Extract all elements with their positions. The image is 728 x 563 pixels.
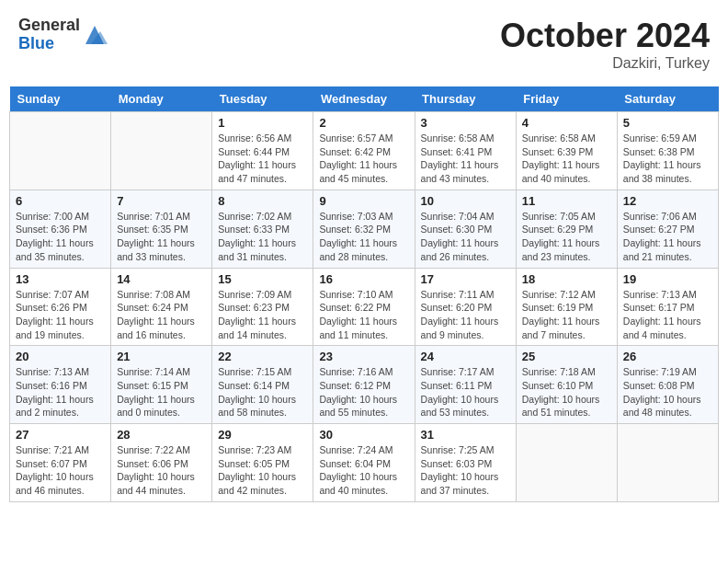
day-info: Sunrise: 6:56 AM Sunset: 6:44 PM Dayligh… xyxy=(218,132,307,186)
day-number: 8 xyxy=(218,194,307,208)
day-number: 2 xyxy=(319,116,408,130)
day-info: Sunrise: 6:59 AM Sunset: 6:38 PM Dayligh… xyxy=(623,132,712,186)
day-header-sunday: Sunday xyxy=(10,86,111,112)
day-number: 22 xyxy=(218,350,307,363)
calendar-cell xyxy=(617,424,718,502)
day-info: Sunrise: 7:25 AM Sunset: 6:03 PM Dayligh… xyxy=(421,443,510,498)
location: Dazkiri, Turkey xyxy=(500,55,710,72)
day-info: Sunrise: 7:17 AM Sunset: 6:11 PM Dayligh… xyxy=(421,365,510,419)
day-number: 13 xyxy=(16,272,105,286)
logo-text: General Blue xyxy=(18,17,80,53)
day-number: 18 xyxy=(522,272,611,286)
calendar-cell: 22Sunrise: 7:15 AM Sunset: 6:14 PM Dayli… xyxy=(212,346,313,424)
logo-icon xyxy=(82,22,108,48)
day-number: 20 xyxy=(16,350,105,363)
day-number: 14 xyxy=(117,272,206,286)
days-header-row: SundayMondayTuesdayWednesdayThursdayFrid… xyxy=(10,86,719,112)
day-info: Sunrise: 7:07 AM Sunset: 6:26 PM Dayligh… xyxy=(16,288,105,342)
day-number: 27 xyxy=(16,428,105,442)
day-number: 28 xyxy=(117,428,206,442)
logo: General Blue xyxy=(18,17,108,53)
day-number: 5 xyxy=(623,116,712,130)
calendar-cell: 30Sunrise: 7:24 AM Sunset: 6:04 PM Dayli… xyxy=(313,424,415,502)
day-info: Sunrise: 6:58 AM Sunset: 6:41 PM Dayligh… xyxy=(421,132,510,186)
day-number: 24 xyxy=(421,350,510,363)
week-row-5: 27Sunrise: 7:21 AM Sunset: 6:07 PM Dayli… xyxy=(10,424,719,502)
day-number: 1 xyxy=(218,116,307,130)
day-number: 31 xyxy=(421,428,510,442)
calendar-table: SundayMondayTuesdayWednesdayThursdayFrid… xyxy=(9,86,719,502)
calendar-cell: 18Sunrise: 7:12 AM Sunset: 6:19 PM Dayli… xyxy=(516,268,617,346)
day-info: Sunrise: 7:09 AM Sunset: 6:23 PM Dayligh… xyxy=(218,288,307,342)
day-number: 23 xyxy=(319,350,408,363)
day-info: Sunrise: 7:22 AM Sunset: 6:06 PM Dayligh… xyxy=(117,443,206,498)
calendar-cell: 11Sunrise: 7:05 AM Sunset: 6:29 PM Dayli… xyxy=(516,190,617,268)
calendar-cell: 6Sunrise: 7:00 AM Sunset: 6:36 PM Daylig… xyxy=(10,190,111,268)
day-number: 11 xyxy=(522,194,611,208)
day-header-thursday: Thursday xyxy=(415,86,516,112)
day-number: 30 xyxy=(319,428,408,442)
day-number: 29 xyxy=(218,428,307,442)
calendar-cell: 2Sunrise: 6:57 AM Sunset: 6:42 PM Daylig… xyxy=(313,112,415,190)
calendar-cell xyxy=(111,112,212,190)
day-number: 9 xyxy=(319,194,408,208)
calendar-cell: 9Sunrise: 7:03 AM Sunset: 6:32 PM Daylig… xyxy=(313,190,415,268)
day-number: 26 xyxy=(623,350,712,363)
calendar-cell: 17Sunrise: 7:11 AM Sunset: 6:20 PM Dayli… xyxy=(415,268,516,346)
calendar-cell: 25Sunrise: 7:18 AM Sunset: 6:10 PM Dayli… xyxy=(516,346,617,424)
day-number: 6 xyxy=(16,194,105,208)
day-header-monday: Monday xyxy=(111,86,212,112)
calendar-cell: 21Sunrise: 7:14 AM Sunset: 6:15 PM Dayli… xyxy=(111,346,212,424)
day-info: Sunrise: 7:23 AM Sunset: 6:05 PM Dayligh… xyxy=(218,443,307,498)
day-header-friday: Friday xyxy=(516,86,617,112)
day-info: Sunrise: 7:11 AM Sunset: 6:20 PM Dayligh… xyxy=(421,288,510,342)
day-info: Sunrise: 6:57 AM Sunset: 6:42 PM Dayligh… xyxy=(319,132,408,186)
calendar-cell xyxy=(516,424,617,502)
calendar-cell xyxy=(10,112,111,190)
day-info: Sunrise: 7:15 AM Sunset: 6:14 PM Dayligh… xyxy=(218,365,307,419)
day-info: Sunrise: 7:12 AM Sunset: 6:19 PM Dayligh… xyxy=(522,288,611,342)
day-header-saturday: Saturday xyxy=(617,86,718,112)
day-info: Sunrise: 7:14 AM Sunset: 6:15 PM Dayligh… xyxy=(117,365,206,419)
day-info: Sunrise: 7:03 AM Sunset: 6:32 PM Dayligh… xyxy=(319,210,408,264)
day-number: 21 xyxy=(117,350,206,363)
calendar-cell: 8Sunrise: 7:02 AM Sunset: 6:33 PM Daylig… xyxy=(212,190,313,268)
calendar-cell: 12Sunrise: 7:06 AM Sunset: 6:27 PM Dayli… xyxy=(617,190,718,268)
calendar-cell: 15Sunrise: 7:09 AM Sunset: 6:23 PM Dayli… xyxy=(212,268,313,346)
week-row-3: 13Sunrise: 7:07 AM Sunset: 6:26 PM Dayli… xyxy=(10,268,719,346)
day-number: 16 xyxy=(319,272,408,286)
logo-blue: Blue xyxy=(18,35,80,53)
day-info: Sunrise: 7:13 AM Sunset: 6:17 PM Dayligh… xyxy=(623,288,712,342)
day-info: Sunrise: 6:58 AM Sunset: 6:39 PM Dayligh… xyxy=(522,132,611,186)
calendar-cell: 16Sunrise: 7:10 AM Sunset: 6:22 PM Dayli… xyxy=(313,268,415,346)
calendar-cell: 28Sunrise: 7:22 AM Sunset: 6:06 PM Dayli… xyxy=(111,424,212,502)
day-info: Sunrise: 7:21 AM Sunset: 6:07 PM Dayligh… xyxy=(16,443,105,498)
day-number: 7 xyxy=(117,194,206,208)
calendar-cell: 19Sunrise: 7:13 AM Sunset: 6:17 PM Dayli… xyxy=(617,268,718,346)
day-info: Sunrise: 7:13 AM Sunset: 6:16 PM Dayligh… xyxy=(16,365,105,419)
calendar-cell: 20Sunrise: 7:13 AM Sunset: 6:16 PM Dayli… xyxy=(10,346,111,424)
calendar-cell: 27Sunrise: 7:21 AM Sunset: 6:07 PM Dayli… xyxy=(10,424,111,502)
calendar-cell: 31Sunrise: 7:25 AM Sunset: 6:03 PM Dayli… xyxy=(415,424,516,502)
day-info: Sunrise: 7:05 AM Sunset: 6:29 PM Dayligh… xyxy=(522,210,611,264)
day-header-wednesday: Wednesday xyxy=(313,86,415,112)
day-info: Sunrise: 7:06 AM Sunset: 6:27 PM Dayligh… xyxy=(623,210,712,264)
week-row-4: 20Sunrise: 7:13 AM Sunset: 6:16 PM Dayli… xyxy=(10,346,719,424)
calendar-cell: 13Sunrise: 7:07 AM Sunset: 6:26 PM Dayli… xyxy=(10,268,111,346)
day-info: Sunrise: 7:02 AM Sunset: 6:33 PM Dayligh… xyxy=(218,210,307,264)
day-header-tuesday: Tuesday xyxy=(212,86,313,112)
day-number: 4 xyxy=(522,116,611,130)
calendar-cell: 26Sunrise: 7:19 AM Sunset: 6:08 PM Dayli… xyxy=(617,346,718,424)
calendar-cell: 5Sunrise: 6:59 AM Sunset: 6:38 PM Daylig… xyxy=(617,112,718,190)
day-number: 3 xyxy=(421,116,510,130)
day-info: Sunrise: 7:19 AM Sunset: 6:08 PM Dayligh… xyxy=(623,365,712,419)
day-number: 25 xyxy=(522,350,611,363)
calendar-cell: 23Sunrise: 7:16 AM Sunset: 6:12 PM Dayli… xyxy=(313,346,415,424)
day-info: Sunrise: 7:04 AM Sunset: 6:30 PM Dayligh… xyxy=(421,210,510,264)
day-info: Sunrise: 7:00 AM Sunset: 6:36 PM Dayligh… xyxy=(16,210,105,264)
week-row-1: 1Sunrise: 6:56 AM Sunset: 6:44 PM Daylig… xyxy=(10,112,719,190)
day-info: Sunrise: 7:08 AM Sunset: 6:24 PM Dayligh… xyxy=(117,288,206,342)
calendar-cell: 1Sunrise: 6:56 AM Sunset: 6:44 PM Daylig… xyxy=(212,112,313,190)
day-info: Sunrise: 7:24 AM Sunset: 6:04 PM Dayligh… xyxy=(319,443,408,498)
day-number: 17 xyxy=(421,272,510,286)
